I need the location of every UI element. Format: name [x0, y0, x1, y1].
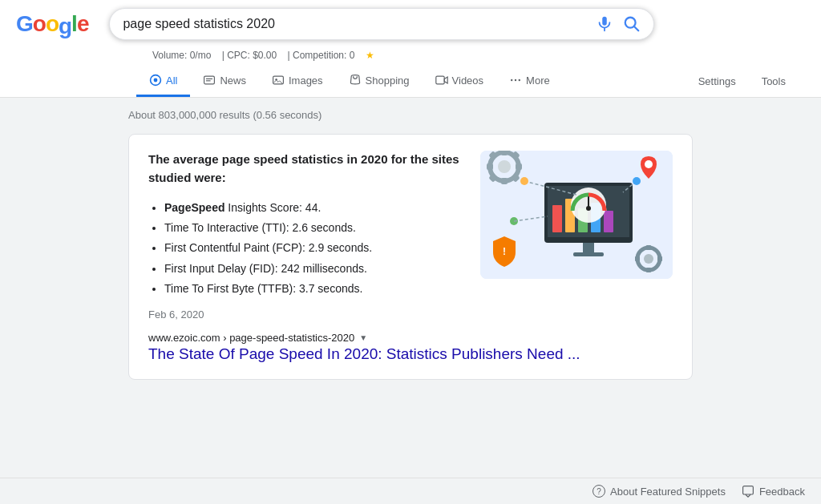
tab-videos-label: Videos — [452, 75, 484, 87]
snippet-list: PageSpeed Insights Score: 44. Time To In… — [148, 198, 464, 299]
svg-point-5 — [154, 79, 158, 83]
snippet-inner: The average page speed statistics in 202… — [148, 151, 673, 321]
svg-rect-0 — [603, 17, 608, 26]
svg-line-3 — [635, 26, 639, 30]
svg-point-43 — [586, 206, 591, 211]
main-content: About 803,000,000 results (0.56 seconds)… — [0, 98, 821, 391]
more-icon — [509, 74, 522, 87]
svg-point-49 — [633, 177, 641, 185]
logo-e: e — [77, 11, 89, 37]
bottom-bar: ? About Featured Snippets Feedback — [0, 478, 821, 504]
tab-images[interactable]: Images — [259, 66, 336, 97]
tools-button[interactable]: Tools — [750, 67, 797, 95]
list-item: First Input Delay (FID): 242 millisecond… — [164, 259, 464, 279]
videos-icon — [435, 74, 448, 87]
tab-all-label: All — [166, 75, 177, 87]
feedback-icon — [742, 485, 754, 498]
snippet-date: Feb 6, 2020 — [148, 308, 464, 321]
logo-o2: o — [46, 11, 59, 37]
volume-text: Volume: 0/mo — [152, 50, 211, 61]
snippet-title: The average page speed statistics in 202… — [148, 151, 464, 187]
logo-l: l — [71, 11, 77, 37]
svg-rect-34 — [552, 205, 562, 232]
news-icon — [203, 74, 216, 87]
header: Google page speed statistics 2020 Vo — [0, 0, 821, 98]
svg-rect-28 — [646, 245, 651, 250]
svg-rect-20 — [487, 163, 493, 170]
results-count: About 803,000,000 results (0.56 seconds) — [128, 109, 693, 121]
result-url: www.ezoic.com › page-speed-statistics-20… — [148, 332, 673, 344]
svg-rect-18 — [501, 151, 508, 155]
logo-g2: g — [59, 14, 71, 39]
snippet-text: The average page speed statistics in 202… — [148, 151, 464, 321]
svg-rect-38 — [604, 211, 613, 232]
settings-button[interactable]: Settings — [687, 67, 747, 95]
tab-news[interactable]: News — [190, 66, 259, 97]
tab-shopping[interactable]: Shopping — [336, 66, 423, 97]
svg-rect-39 — [583, 243, 594, 252]
svg-point-27 — [644, 254, 653, 264]
svg-point-14 — [519, 79, 520, 81]
about-snippets-button[interactable]: ? About Featured Snippets — [592, 485, 726, 498]
svg-rect-30 — [635, 256, 640, 261]
nav-tabs: All News Images — [136, 66, 563, 97]
svg-point-48 — [520, 177, 528, 185]
logo-g: G — [16, 11, 33, 37]
info-icon: ? — [592, 485, 605, 498]
mic-icon[interactable] — [596, 15, 613, 33]
star-icon[interactable]: ★ — [366, 50, 374, 61]
svg-point-17 — [498, 160, 511, 173]
svg-rect-40 — [573, 252, 604, 256]
svg-rect-21 — [516, 163, 522, 170]
about-snippets-label: About Featured Snippets — [610, 486, 726, 498]
svg-point-44 — [645, 160, 653, 168]
nav-right: Settings Tools — [687, 67, 805, 95]
google-logo: Google — [16, 11, 88, 37]
list-item: Time To Interactive (TTI): 2.6 seconds. — [164, 218, 464, 238]
search-input[interactable]: page speed statistics 2020 — [123, 17, 596, 31]
nav-row: All News Images — [16, 66, 805, 97]
svg-rect-11 — [435, 76, 443, 84]
volume-bar: Volume: 0/mo | CPC: $0.00 | Competition:… — [152, 46, 805, 66]
tab-videos[interactable]: Videos — [423, 66, 497, 97]
feedback-label: Feedback — [759, 486, 805, 498]
list-item: PageSpeed Insights Score: 44. — [164, 198, 464, 218]
svg-rect-6 — [204, 76, 215, 84]
snippet-illustration: ! — [480, 151, 673, 279]
result-link[interactable]: The State Of Page Speed In 2020: Statist… — [148, 345, 673, 363]
list-item: First Contentful Paint (FCP): 2.9 second… — [164, 238, 464, 258]
url-dropdown-icon[interactable]: ▼ — [359, 333, 367, 342]
tab-images-label: Images — [289, 75, 323, 87]
logo-o1: o — [33, 11, 46, 37]
cpc-text: CPC: $0.00 — [227, 50, 277, 61]
result-url-text: www.ezoic.com › page-speed-statistics-20… — [148, 332, 354, 344]
shopping-icon — [349, 74, 362, 87]
list-item: Time To First Byte (TTFB): 3.7 seconds. — [164, 279, 464, 299]
tab-more[interactable]: More — [496, 66, 563, 97]
svg-rect-52 — [743, 486, 754, 494]
snippet-image: ! — [480, 151, 673, 279]
tab-more-label: More — [526, 75, 550, 87]
images-icon — [272, 74, 285, 87]
featured-snippet-card: The average page speed statistics in 202… — [128, 134, 693, 380]
svg-rect-29 — [646, 268, 651, 272]
tab-news-label: News — [220, 75, 246, 87]
competition-text: Competition: 0 — [293, 50, 354, 61]
search-bar[interactable]: page speed statistics 2020 — [109, 8, 654, 40]
search-icon[interactable] — [623, 15, 641, 33]
bullet-bold-1: PageSpeed — [164, 201, 224, 214]
header-top: Google page speed statistics 2020 — [16, 8, 805, 46]
feedback-button[interactable]: Feedback — [742, 485, 805, 498]
search-icons — [596, 15, 641, 33]
svg-rect-19 — [501, 178, 508, 184]
all-icon — [149, 74, 162, 87]
svg-point-12 — [511, 79, 512, 81]
svg-point-13 — [515, 79, 516, 81]
tab-all[interactable]: All — [136, 66, 190, 97]
svg-rect-31 — [657, 256, 662, 261]
tab-shopping-label: Shopping — [366, 75, 410, 87]
svg-text:!: ! — [503, 246, 506, 257]
